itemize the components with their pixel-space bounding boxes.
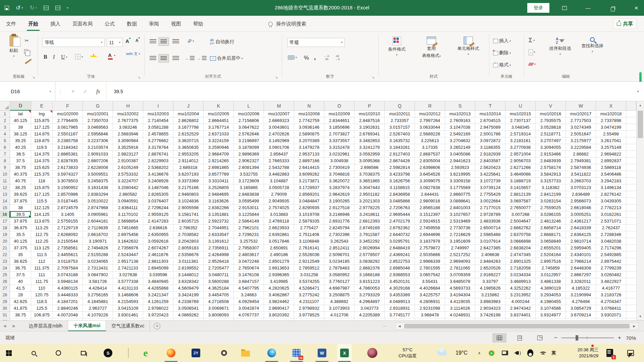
cell-P29[interactable]: 4.2964897 (355, 298, 385, 305)
column-header-D[interactable]: D (10, 101, 31, 111)
cell-I31[interactable]: 3.9720423 (143, 312, 173, 318)
cell-V11[interactable]: 3.3157733 (536, 178, 566, 184)
cell-K9[interactable]: 2.6981865 (204, 164, 234, 171)
cell-O28[interactable]: 3.2508875 (324, 292, 355, 298)
cell-E12[interactable]: 115.875 (31, 184, 53, 191)
row-header-26[interactable]: 26 (0, 278, 10, 285)
cell-X9[interactable]: 2.5869118 (596, 164, 626, 171)
cell-X7[interactable]: 2.9694822 (596, 151, 626, 158)
cell-N4[interactable]: 2.5890875 (294, 131, 324, 137)
row-header-1[interactable]: 1 (0, 111, 10, 117)
cell-O27[interactable]: 4.6987987 (324, 285, 355, 292)
row-header-31[interactable]: 31 (0, 312, 10, 318)
cell-X18[interactable]: 2.762437 (596, 225, 626, 231)
cell-G30[interactable]: 2.963727 (83, 305, 113, 312)
cell-S18[interactable]: 2.7730736 (445, 225, 475, 231)
cell-U3[interactable]: 3.048345 (505, 124, 536, 131)
cell-W2[interactable]: 2.7717503 (566, 117, 596, 124)
cell-K18[interactable]: 2.7044951 (204, 225, 234, 231)
cell-Q22[interactable]: 2.4369241 (385, 251, 415, 258)
tab-formulas[interactable]: 公式 (105, 16, 115, 32)
cell-X5[interactable]: 3.2617041 (596, 137, 626, 144)
cell-Q29[interactable]: 4.0489013 (385, 298, 415, 305)
cell-J25[interactable]: 3.1448012 (173, 272, 204, 278)
cell-K26[interactable]: 3.5600288 (204, 278, 234, 285)
cell-P20[interactable]: 3.3452292 (355, 238, 385, 245)
cell-U20[interactable]: 3.0666898 (505, 238, 536, 245)
align-left-button[interactable] (150, 56, 156, 61)
tab-view[interactable]: 视图 (171, 16, 181, 32)
cell-U29[interactable]: 4.000244 (505, 298, 536, 305)
decrease-indent-button[interactable]: ← (185, 56, 195, 61)
cell-W16[interactable]: 3.0005251 (566, 211, 596, 218)
cell-I22[interactable]: 2.4611676 (143, 251, 173, 258)
cortana-button[interactable] (51, 344, 66, 362)
clipboard-dialog-launcher[interactable]: ↘ (32, 75, 35, 79)
cell-L20[interactable]: 3.257532 (234, 238, 264, 245)
cell-T3[interactable]: 2.9475089 (475, 124, 505, 131)
cell-N11[interactable]: 3.2173871 (294, 178, 324, 184)
cell-P2[interactable]: 2.8487516 (355, 117, 385, 124)
cell-R15[interactable]: 2.8565188 (415, 204, 445, 211)
cell-T9[interactable]: 2.5620423 (475, 164, 505, 171)
cell-E13[interactable]: 117.125 (31, 191, 53, 198)
cell-T24[interactable]: 2.6520526 (475, 265, 505, 272)
cell-E11[interactable]: 118 (31, 178, 53, 184)
cell-N6[interactable]: 3.1479278 (294, 144, 324, 151)
cell-S12[interactable]: 3.1775569 (445, 184, 475, 191)
cell-G15[interactable]: 2.8747968 (83, 204, 113, 211)
cell-G14[interactable]: 3.0510022 (83, 198, 113, 204)
cell-G28[interactable]: 3.2756165 (83, 292, 113, 298)
cell-K22[interactable]: 2.4264998 (204, 251, 234, 258)
cell-X24[interactable]: 2.7799239 (596, 265, 626, 272)
cell-X4[interactable]: 2.55498 (596, 131, 626, 137)
cell-R13[interactable]: 2.844431 (415, 191, 445, 198)
phonetic-guide-button[interactable]: wén 文▾ (126, 52, 140, 56)
cell-L9[interactable]: 2.6081394 (234, 164, 264, 171)
cell-O3[interactable]: 3.1850696 (324, 124, 355, 131)
cell-T16[interactable]: 2.9728789 (475, 211, 505, 218)
cell-V13[interactable]: 2.8412199 (536, 191, 566, 198)
cell-G1[interactable]: msi102001 (83, 111, 113, 117)
cell-O13[interactable]: 2.9642619 (324, 191, 355, 198)
cell-T12[interactable]: 3.0739124 (475, 184, 505, 191)
cell-P22[interactable]: 2.5778507 (355, 251, 385, 258)
tab-review[interactable]: 审阅 (149, 16, 159, 32)
cell-V16[interactable]: 3.0286155 (536, 211, 566, 218)
horizontal-scrollbar-thumb[interactable] (404, 324, 630, 328)
sheet-nav-right-icon[interactable]: ▶ (9, 321, 19, 331)
cell-M27[interactable]: 4.2820625 (264, 285, 294, 292)
fill-button[interactable]: ↓▾ (529, 49, 535, 55)
cell-Q14[interactable]: 3.0485866 (385, 198, 415, 204)
cell-O5[interactable]: 3.3373557 (324, 137, 355, 144)
cell-N15[interactable]: 2.8290935 (294, 204, 324, 211)
insert-function-button[interactable]: fx (96, 88, 100, 95)
cell-H15[interactable]: 2.8364111 (113, 204, 143, 211)
cell-S3[interactable]: 3.1047038 (445, 124, 475, 131)
cell-K3[interactable]: 3.1767714 (204, 124, 234, 131)
cell-M24[interactable]: 2.6913653 (264, 265, 294, 272)
cell-M6[interactable]: 3.0901706 (264, 144, 294, 151)
cell-P19[interactable]: 2.7911587 (355, 231, 385, 238)
cell-K21[interactable]: 2.7356911 (204, 245, 234, 251)
cell-M21[interactable]: 2.650891 (264, 245, 294, 251)
cell-Q5[interactable]: 3.1635732 (385, 137, 415, 144)
cell-E7[interactable]: 114.375 (31, 151, 53, 158)
cell-P16[interactable]: 3.2418611 (355, 211, 385, 218)
cell-L2[interactable]: 2.7156806 (234, 117, 264, 124)
cell-Q15[interactable]: 2.7206763 (385, 204, 415, 211)
cell-J10[interactable]: 3.6207193 (173, 171, 204, 178)
column-header-V[interactable]: V (536, 101, 566, 111)
row-header-30[interactable]: 30 (0, 305, 10, 312)
cell-O31[interactable]: 4.012706 (324, 312, 355, 318)
cell-I30[interactable]: 2.9786022 (143, 305, 173, 312)
cell-U17[interactable]: 2.5004647 (505, 218, 536, 225)
cell-X13[interactable]: 2.8276142 (596, 191, 626, 198)
cell-H23[interactable]: 2.9517138 (113, 258, 143, 265)
cell-U9[interactable]: 2.6271266 (505, 164, 536, 171)
cell-R5[interactable]: 3.225613 (415, 137, 445, 144)
cell-O11[interactable]: 3.3620072 (324, 178, 355, 184)
cell-I23[interactable]: 2.8811303 (143, 258, 173, 265)
clock-widget[interactable]: 20:36 周三 2021/9/29 (561, 344, 598, 362)
cell-G26[interactable]: 3.581726 (83, 278, 113, 285)
